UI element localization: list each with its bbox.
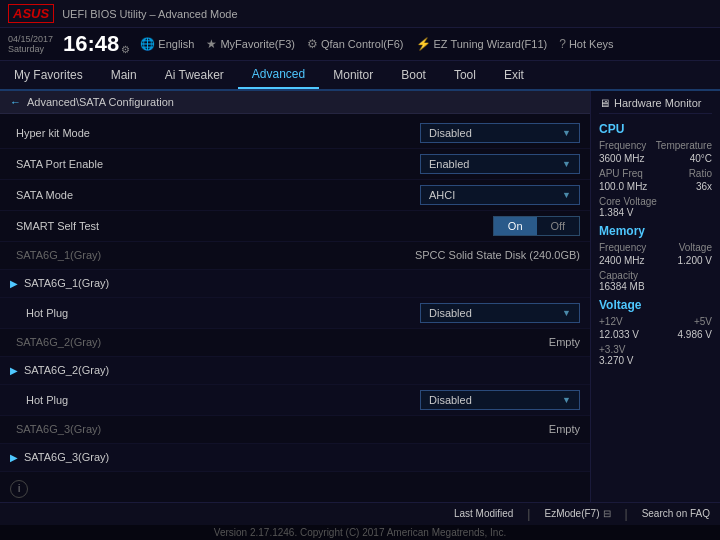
expand-arrow-icon: ▶ <box>10 278 18 289</box>
chevron-down-icon: ▼ <box>562 308 571 318</box>
mem-capacity-row: Capacity 16384 MB <box>599 270 712 292</box>
last-modified-item: Last Modified <box>454 508 513 519</box>
nav-tool[interactable]: Tool <box>440 61 490 89</box>
mem-capacity-label: Capacity <box>599 270 712 281</box>
sata-mode-label: SATA Mode <box>16 189 420 201</box>
sata6g2-expand-label: SATA6G_2(Gray) <box>24 364 580 376</box>
info-button[interactable]: i <box>10 480 28 498</box>
sata-port-enable-dropdown[interactable]: Enabled ▼ <box>420 154 580 174</box>
hw-monitor-title: 🖥 Hardware Monitor <box>599 97 712 114</box>
gear-icon: ⚙ <box>121 44 130 55</box>
sata6g1-info-row: SATA6G_1(Gray) SPCC Solid State Disk (24… <box>0 242 590 270</box>
sata6g2-expand-row[interactable]: ▶ SATA6G_2(Gray) <box>0 357 590 385</box>
ratio-label: Ratio <box>689 168 712 179</box>
monitor-icon: 🖥 <box>599 97 610 109</box>
hot-plug-1-dropdown[interactable]: Disabled ▼ <box>420 303 580 323</box>
sata-port-enable-label: SATA Port Enable <box>16 158 420 170</box>
sata6g3-label: SATA6G_3(Gray) <box>16 423 549 435</box>
cpu-temperature-value: 40°C <box>690 153 712 164</box>
expand-arrow-icon: ▶ <box>10 452 18 463</box>
info-icons: 🌐 English ★ MyFavorite(F3) ⚙ Qfan Contro… <box>140 37 712 51</box>
my-favorites-btn[interactable]: ★ MyFavorite(F3) <box>206 37 295 51</box>
sata6g2-info-row: SATA6G_2(Gray) Empty <box>0 329 590 357</box>
search-faq-btn[interactable]: Search on FAQ <box>642 508 710 519</box>
sata6g2-label: SATA6G_2(Gray) <box>16 336 549 348</box>
apu-freq-label: APU Freq <box>599 168 643 179</box>
qfan-control-btn[interactable]: ⚙ Qfan Control(F6) <box>307 37 404 51</box>
sata6g1-expand-row[interactable]: ▶ SATA6G_1(Gray) <box>0 270 590 298</box>
copyright-text: Version 2.17.1246. Copyright (C) 2017 Am… <box>214 527 506 538</box>
core-voltage-row: Core Voltage 1.384 V <box>599 196 712 218</box>
chevron-down-icon: ▼ <box>562 128 571 138</box>
nav-my-favorites[interactable]: My Favorites <box>0 61 97 89</box>
hyper-kit-mode-row: Hyper kit Mode Disabled ▼ <box>0 118 590 149</box>
toggle-on-btn[interactable]: On <box>494 217 537 235</box>
mem-capacity-value: 16384 MB <box>599 281 712 292</box>
breadcrumb-text: Advanced\SATA Configuration <box>27 96 174 108</box>
back-arrow-icon[interactable]: ← <box>10 96 21 108</box>
sata6g1-value: SPCC Solid State Disk (240.0GB) <box>415 249 580 261</box>
apu-ratio-row: APU Freq Ratio <box>599 168 712 179</box>
sata-mode-dropdown[interactable]: AHCI ▼ <box>420 185 580 205</box>
nav-advanced[interactable]: Advanced <box>238 61 319 89</box>
cpu-freq-temp-row: Frequency Temperature <box>599 140 712 151</box>
cpu-frequency-label: Frequency <box>599 140 646 151</box>
hot-plug-1-label: Hot Plug <box>26 307 420 319</box>
v12-value: 12.033 V <box>599 329 639 340</box>
sata6g3-expand-label: SATA6G_3(Gray) <box>24 451 580 463</box>
chevron-down-icon: ▼ <box>562 159 571 169</box>
cpu-section-title: CPU <box>599 122 712 136</box>
bottom-bar: Last Modified | EzMode(F7) ⊟ | Search on… <box>0 502 720 525</box>
settings-list: Hyper kit Mode Disabled ▼ SATA Port Enab… <box>0 114 590 476</box>
top-bar: ASUS UEFI BIOS Utility – Advanced Mode <box>0 0 720 28</box>
nav-main[interactable]: Main <box>97 61 151 89</box>
hot-plug-2-dropdown[interactable]: Disabled ▼ <box>420 390 580 410</box>
v5-value: 4.986 V <box>678 329 712 340</box>
hardware-monitor-panel: 🖥 Hardware Monitor CPU Frequency Tempera… <box>590 91 720 502</box>
ez-tuning-btn[interactable]: ⚡ EZ Tuning Wizard(F11) <box>416 37 548 51</box>
nav-monitor[interactable]: Monitor <box>319 61 387 89</box>
info-bar: 04/15/2017 Saturday 16:48 ⚙ 🌐 English ★ … <box>0 28 720 61</box>
chevron-down-icon: ▼ <box>562 190 571 200</box>
fan-icon: ⚙ <box>307 37 318 51</box>
chevron-down-icon: ▼ <box>562 395 571 405</box>
apu-ratio-values: 100.0 MHz 36x <box>599 181 712 192</box>
sata6g1-label: SATA6G_1(Gray) <box>16 249 415 261</box>
language-selector[interactable]: 🌐 English <box>140 37 194 51</box>
date-line2: Saturday <box>8 44 53 54</box>
v12-label: +12V <box>599 316 623 327</box>
top-bar-title: UEFI BIOS Utility – Advanced Mode <box>62 8 237 20</box>
time-display: 16:48 <box>63 33 119 55</box>
main-container: ASUS UEFI BIOS Utility – Advanced Mode 0… <box>0 0 720 540</box>
footer: Version 2.17.1246. Copyright (C) 2017 Am… <box>0 525 720 540</box>
nav-exit[interactable]: Exit <box>490 61 538 89</box>
sata6g2-value: Empty <box>549 336 580 348</box>
hyper-kit-mode-dropdown[interactable]: Disabled ▼ <box>420 123 580 143</box>
hyper-kit-mode-label: Hyper kit Mode <box>16 127 420 139</box>
cpu-freq-temp-values: 3600 MHz 40°C <box>599 153 712 164</box>
sata6g3-expand-row[interactable]: ▶ SATA6G_3(Gray) <box>0 444 590 472</box>
sata6g1-expand-label: SATA6G_1(Gray) <box>24 277 580 289</box>
apu-freq-value: 100.0 MHz <box>599 181 647 192</box>
core-voltage-label: Core Voltage <box>599 196 712 207</box>
hot-plug-2-label: Hot Plug <box>26 394 420 406</box>
nav-boot[interactable]: Boot <box>387 61 440 89</box>
expand-arrow-icon: ▶ <box>10 365 18 376</box>
nav-ai-tweaker[interactable]: Ai Tweaker <box>151 61 238 89</box>
mem-frequency-value: 2400 MHz <box>599 255 645 266</box>
sata-port-enable-row: SATA Port Enable Enabled ▼ <box>0 149 590 180</box>
cpu-temperature-label: Temperature <box>656 140 712 151</box>
ez-mode-btn[interactable]: EzMode(F7) ⊟ <box>544 508 610 519</box>
language-icon: 🌐 <box>140 37 155 51</box>
mem-frequency-label: Frequency <box>599 242 646 253</box>
hot-keys-btn[interactable]: ? Hot Keys <box>559 37 613 51</box>
v33-label: +3.3V <box>599 344 712 355</box>
left-panel: ← Advanced\SATA Configuration Hyper kit … <box>0 91 590 502</box>
smart-self-test-toggle[interactable]: On Off <box>493 216 580 236</box>
breadcrumb: ← Advanced\SATA Configuration <box>0 91 590 114</box>
sata-mode-row: SATA Mode AHCI ▼ <box>0 180 590 211</box>
toggle-off-btn[interactable]: Off <box>537 217 579 235</box>
star-icon: ★ <box>206 37 217 51</box>
voltage-section-title: Voltage <box>599 298 712 312</box>
memory-section-title: Memory <box>599 224 712 238</box>
